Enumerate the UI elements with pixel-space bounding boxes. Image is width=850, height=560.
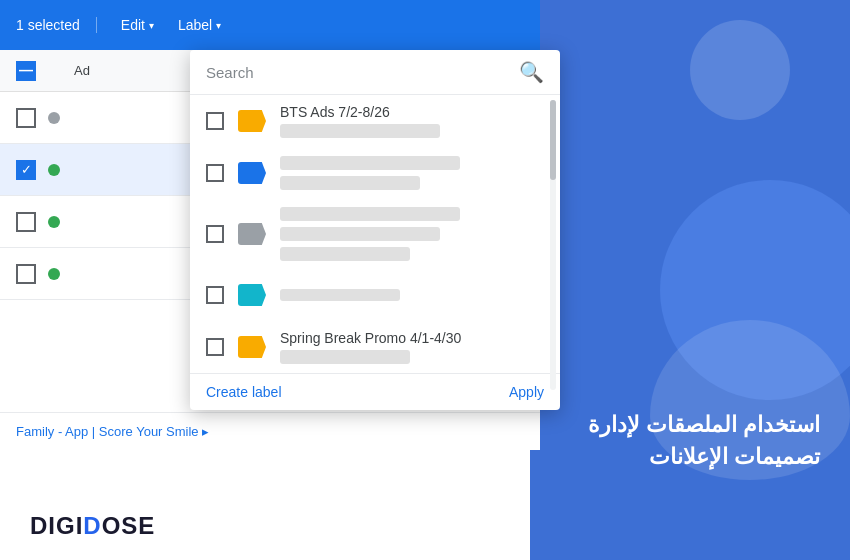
item-checkbox-4[interactable]: [206, 286, 224, 304]
scrollbar-thumb[interactable]: [550, 100, 556, 180]
logo-ose: OSE: [102, 512, 156, 539]
row-status-dot-3: [48, 216, 60, 228]
label-content-2: [280, 156, 544, 190]
item-checkbox-2[interactable]: [206, 164, 224, 182]
label-name-5: Spring Break Promo 4/1-4/30: [280, 330, 544, 346]
logo-digi: DIGI: [30, 512, 83, 539]
label-tag-teal: [238, 284, 266, 306]
label-dropdown: 🔍 BTS Ads 7/2-8/26: [190, 50, 560, 410]
bottom-link-text[interactable]: Family - App | Score Your Smile ▸: [16, 424, 209, 439]
header-checkbox[interactable]: —: [16, 61, 36, 81]
label-name-1: BTS Ads 7/2-8/26: [280, 104, 544, 120]
label-list: BTS Ads 7/2-8/26: [190, 95, 560, 373]
label-sub-2a: [280, 156, 460, 170]
row-status-dot-2: [48, 164, 60, 176]
arabic-line-2: تصميمات الإعلانات: [588, 444, 820, 470]
row-checkbox-3[interactable]: [16, 212, 36, 232]
search-input[interactable]: [206, 64, 511, 81]
create-label-button[interactable]: Create label: [206, 384, 282, 400]
item-checkbox-3[interactable]: [206, 225, 224, 243]
list-item[interactable]: [190, 199, 560, 269]
search-bar: 🔍: [190, 50, 560, 95]
label-tag-gray: [238, 223, 266, 245]
list-item[interactable]: [190, 147, 560, 199]
toolbar: 1 selected Edit ▾ Label ▾: [0, 0, 540, 50]
label-content-3: [280, 207, 544, 261]
arabic-text-block: استخدام الملصقات لإدارة تصميمات الإعلانا…: [588, 412, 820, 470]
item-checkbox-5[interactable]: [206, 338, 224, 356]
checkmark-icon: ✓: [21, 163, 32, 176]
apply-button[interactable]: Apply: [509, 384, 544, 400]
arabic-line-1: استخدام الملصقات لإدارة: [588, 412, 820, 438]
indeterminate-icon: —: [19, 62, 33, 78]
decorative-circle-small: [690, 20, 790, 120]
row-checkbox-1[interactable]: [16, 108, 36, 128]
row-checkbox-4[interactable]: [16, 264, 36, 284]
edit-chevron-icon: ▾: [149, 20, 154, 31]
label-content-5: Spring Break Promo 4/1-4/30: [280, 330, 544, 364]
list-item[interactable]: Spring Break Promo 4/1-4/30: [190, 321, 560, 373]
dropdown-footer: Create label Apply: [190, 373, 560, 410]
label-sub-3c: [280, 247, 410, 261]
label-tag-orange-2: [238, 336, 266, 358]
logo: DIGIDOSE: [30, 512, 155, 540]
scrollbar-track[interactable]: [550, 100, 556, 390]
label-chevron-icon: ▾: [216, 20, 221, 31]
row-status-dot-4: [48, 268, 60, 280]
list-item[interactable]: BTS Ads 7/2-8/26: [190, 95, 560, 147]
label-button[interactable]: Label ▾: [170, 13, 229, 37]
bottom-link-bar: Family - App | Score Your Smile ▸: [0, 412, 540, 450]
selected-count: 1 selected: [16, 17, 97, 33]
header-ad-label: Ad: [74, 63, 90, 78]
item-checkbox-1[interactable]: [206, 112, 224, 130]
row-checkbox-2[interactable]: ✓: [16, 160, 36, 180]
label-sub-4a: [280, 289, 400, 301]
logo-d-blue: D: [83, 512, 101, 539]
label-sub-2b: [280, 176, 420, 190]
label-sub-3b: [280, 227, 440, 241]
label-content-1: BTS Ads 7/2-8/26: [280, 104, 544, 138]
label-tag-orange: [238, 110, 266, 132]
label-sub-5: [280, 350, 410, 364]
label-tag-blue: [238, 162, 266, 184]
edit-button[interactable]: Edit ▾: [113, 13, 162, 37]
background-panel: [530, 0, 850, 560]
search-icon: 🔍: [519, 60, 544, 84]
label-sub-1: [280, 124, 440, 138]
list-item[interactable]: [190, 269, 560, 321]
row-status-dot-1: [48, 112, 60, 124]
label-sub-3a: [280, 207, 460, 221]
label-content-4: [280, 289, 544, 301]
logo-text: DIGIDOSE: [30, 512, 155, 540]
